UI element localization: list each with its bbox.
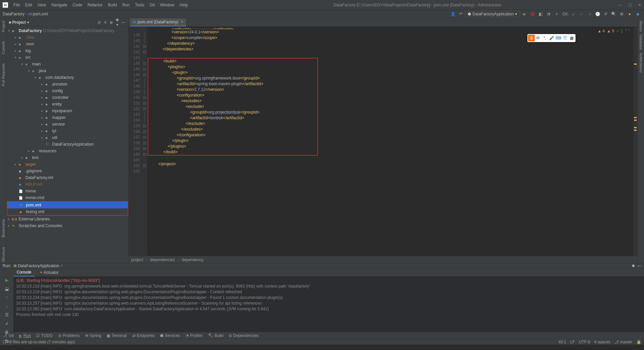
- run-button[interactable]: ▶: [521, 10, 528, 18]
- titlebar: IJ File Edit View Navigate Code Refactor…: [0, 0, 644, 10]
- status-message: ☐ All files are up-to-date (7 minutes ag…: [3, 340, 75, 344]
- status-encoding[interactable]: UTF-8: [579, 340, 590, 344]
- right-tool-strip: Maven Database Notifications: [637, 18, 644, 263]
- bt-endpoints[interactable]: ⇄ Endpoints: [132, 333, 155, 338]
- strip-structure[interactable]: Structure: [1, 245, 5, 263]
- rerun-icon[interactable]: ▶: [3, 278, 10, 285]
- run-up-icon[interactable]: ↑: [3, 295, 10, 302]
- minimize-button[interactable]: —: [618, 3, 622, 7]
- run-stop-icon[interactable]: ⬓: [3, 287, 10, 293]
- bt-run[interactable]: ▶ Run: [19, 333, 31, 338]
- profile-button[interactable]: ◔: [545, 10, 552, 18]
- left-tool-strip: Project Commit Pull Requests Bookmarks S…: [0, 18, 7, 263]
- git-update-icon[interactable]: ↙: [570, 10, 577, 18]
- menu-window[interactable]: Window: [158, 1, 176, 9]
- maximize-button[interactable]: ▢: [628, 3, 632, 7]
- strip-pull-requests[interactable]: Pull Requests: [1, 62, 5, 88]
- status-indent[interactable]: 4 spaces: [594, 340, 610, 344]
- strip-bookmarks[interactable]: Bookmarks: [1, 218, 5, 239]
- bt-git[interactable]: ⎇ Git: [3, 333, 14, 338]
- locate-icon[interactable]: ⊙: [96, 20, 102, 25]
- hide-run-icon[interactable]: —: [637, 264, 641, 268]
- gutter-fold[interactable]: ││⊟⊟ ⊟⊟⊟│││⊟⊟⊟││⊟⊟⊟⊟⊟⊟ ⊟: [142, 27, 147, 256]
- menu-tools[interactable]: Tools: [133, 1, 146, 9]
- debug-button[interactable]: 🐞: [529, 10, 536, 18]
- breadcrumb-file[interactable]: mpom.xml: [28, 12, 48, 16]
- menu-edit[interactable]: Edit: [23, 1, 34, 9]
- menu-view[interactable]: View: [35, 1, 48, 9]
- error-stripe[interactable]: [633, 27, 637, 256]
- run-wrap-icon[interactable]: ↲: [3, 321, 10, 328]
- strip-commit[interactable]: Commit: [1, 40, 5, 55]
- ide-icon[interactable]: ◆: [634, 10, 641, 18]
- menu-navigate[interactable]: Navigate: [49, 1, 69, 9]
- breadcrumb-root[interactable]: DataFactory: [3, 12, 24, 16]
- editor-breadcrumb[interactable]: project› dependencies› dependency: [129, 256, 637, 263]
- stop-button[interactable]: ■: [553, 10, 560, 18]
- git-commit-icon[interactable]: ✓: [578, 10, 585, 18]
- add-user-icon[interactable]: 👤: [449, 10, 457, 18]
- run-tool-window: Run: ⬢ DataFactoryApplication × ✱ — Cons…: [0, 263, 644, 332]
- run-down-icon[interactable]: ↓: [3, 304, 10, 311]
- menu-help[interactable]: Help: [178, 1, 190, 9]
- strip-maven[interactable]: Maven: [639, 19, 643, 33]
- close-run-tab-icon[interactable]: ×: [60, 264, 63, 268]
- menu-refactor[interactable]: Refactor: [86, 1, 105, 9]
- menu-run[interactable]: Run: [120, 1, 132, 9]
- highlighted-files-box: mpom.xml ◆testng.xml: [7, 201, 128, 216]
- close-tab-icon[interactable]: ×: [181, 20, 183, 24]
- menu-code[interactable]: Code: [70, 1, 84, 9]
- git-history-icon[interactable]: 🕘: [594, 10, 601, 18]
- editor-area: mpom.xml (DataFactory)× ▲ 4 ▲ 9 ✓ 1 ˄ ˅ …: [129, 18, 637, 263]
- bt-todo[interactable]: ☑ TODO: [36, 333, 52, 338]
- bt-profiler[interactable]: ◔ Profiler: [185, 333, 203, 338]
- git-rollback-icon[interactable]: ↺: [602, 10, 609, 18]
- hide-panel-icon[interactable]: —: [120, 20, 126, 25]
- run-config-name[interactable]: DataFactoryApplication: [18, 264, 59, 268]
- strip-project[interactable]: Project: [1, 19, 5, 33]
- editor-tab-pom[interactable]: mpom.xml (DataFactory)×: [130, 18, 186, 26]
- git-push-icon[interactable]: ↗: [586, 10, 593, 18]
- main-menu: File Edit View Navigate Code Refactor Bu…: [11, 1, 190, 9]
- status-position[interactable]: 40:1: [558, 340, 566, 344]
- menu-build[interactable]: Build: [106, 1, 119, 9]
- settings-icon[interactable]: ⚙: [618, 10, 625, 18]
- bt-build[interactable]: 🔨 Build: [208, 333, 223, 338]
- git-label: Git:: [562, 12, 569, 16]
- back-icon[interactable]: ↶: [457, 10, 465, 18]
- close-button[interactable]: ✕: [638, 3, 641, 7]
- avatar-icon[interactable]: ●: [626, 10, 633, 18]
- run-tab-console[interactable]: Console: [13, 269, 35, 277]
- settings-icon[interactable]: ✱ ▾: [114, 18, 120, 27]
- project-panel: ■ Project ▾ ⊙ ≡ ≣ ✱ ▾ — ▾■DataFactory C:…: [7, 18, 129, 263]
- bt-problems[interactable]: ⊘ Problems: [58, 333, 80, 338]
- code-editor[interactable]: 1391401411421431441451461471481491501511…: [129, 27, 637, 256]
- window-title: DataFactory [C:\Users\EDY\IdeaProjects\D…: [190, 3, 618, 7]
- tree-item-pom[interactable]: mpom.xml: [7, 202, 128, 208]
- project-panel-select[interactable]: ■ Project ▾: [9, 20, 29, 25]
- coverage-button[interactable]: ◧: [537, 10, 544, 18]
- status-line-ending[interactable]: LF: [570, 340, 575, 344]
- strip-notifications[interactable]: Notifications: [639, 51, 643, 74]
- menu-git[interactable]: Git: [148, 1, 157, 9]
- run-tab-actuator[interactable]: ✦ Actuator: [36, 269, 62, 276]
- strip-database[interactable]: Database: [639, 33, 643, 51]
- bt-services[interactable]: ⬢ Services: [160, 333, 180, 338]
- lock-icon[interactable]: 🔒: [636, 340, 641, 344]
- status-branch[interactable]: ⎇ master: [614, 340, 632, 344]
- gutter-line-numbers: 1391401411421431441451461471481491501511…: [129, 27, 142, 256]
- bt-dependencies[interactable]: ⧉ Dependencies: [229, 333, 259, 338]
- run-filter-icon[interactable]: ☰: [3, 313, 10, 319]
- bt-terminal[interactable]: ▣ Terminal: [107, 333, 127, 338]
- run-config-selector[interactable]: ⬢ DataFactoryApplication ▾: [465, 11, 520, 17]
- run-settings-icon[interactable]: ✱: [632, 264, 635, 268]
- tree-item-testng[interactable]: ◆testng.xml: [7, 208, 128, 215]
- expand-icon[interactable]: ≡: [102, 20, 108, 25]
- navbar: DataFactory › mpom.xml 👤 ↶ ⬢ DataFactory…: [0, 10, 644, 18]
- app-logo: IJ: [3, 2, 8, 8]
- search-everywhere-icon[interactable]: 🔍: [610, 10, 617, 18]
- project-tree[interactable]: ▾■DataFactory C:\Users\EDY\IdeaProjects\…: [7, 27, 128, 263]
- collapse-icon[interactable]: ≣: [108, 20, 114, 25]
- bt-spring[interactable]: ❉ Spring: [85, 333, 102, 338]
- menu-file[interactable]: File: [11, 1, 22, 9]
